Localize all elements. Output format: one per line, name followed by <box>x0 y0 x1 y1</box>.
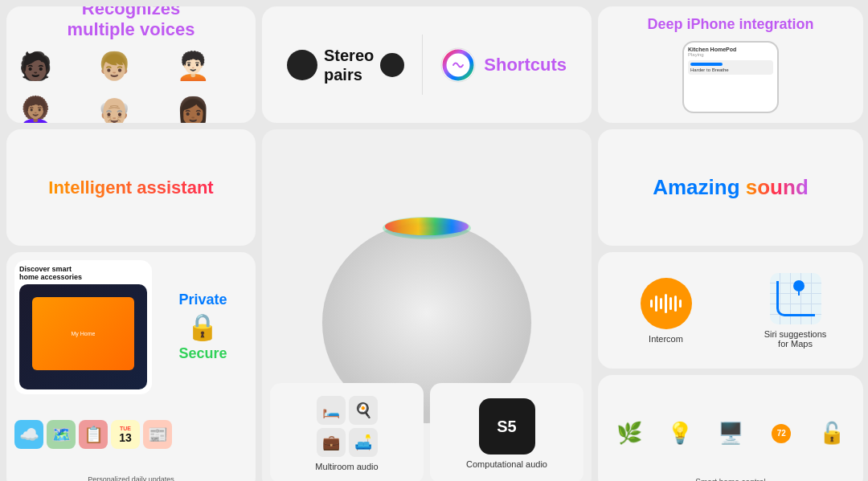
wave-2 <box>655 296 657 312</box>
bulb-icon-section: 💡 <box>657 421 702 446</box>
speaker-dot-left <box>287 50 317 80</box>
svg-point-5 <box>793 280 805 291</box>
memoji-2: 👦🏼 <box>93 45 135 87</box>
lock-icon-section: 🔓 <box>809 421 855 446</box>
iphone-integration-card: Deep iPhone integration Kitchen HomePod … <box>598 6 863 123</box>
voices-label: Recognizes multiple voices <box>68 6 195 40</box>
calendar-icon: TUE 13 <box>111 420 140 449</box>
reminders-icon: 📋 <box>79 420 108 449</box>
memoji-4: 👩🏽‍🦱 <box>14 90 56 124</box>
smarthome-phone-mockup: My Home <box>19 284 147 389</box>
maps-pin <box>792 279 805 299</box>
private-label: Private <box>178 291 227 308</box>
stereo-speakers: Stereo pairs <box>287 46 404 84</box>
multiroom-icons: 🛏️ 🍳 💼 🛋️ <box>317 396 378 457</box>
stereo-shortcuts-card: Stereo pairs Shor <box>262 6 592 123</box>
memoji-6: 👩🏾 <box>172 90 214 124</box>
secure-label: Secure <box>178 345 227 362</box>
speaker-dot-right <box>380 53 404 77</box>
amazing-sound-card: Amazing sound <box>598 129 863 246</box>
multiroom-label: Multiroom audio <box>315 462 378 471</box>
smarthome-card: Discover smart home accessories My Home … <box>6 252 256 481</box>
wave-5 <box>669 297 672 310</box>
wave-4 <box>665 294 667 313</box>
wave-6 <box>674 296 677 312</box>
memoji-3: 🧑🏻‍🦱 <box>172 45 214 87</box>
news-icon: 📰 <box>143 420 172 449</box>
private-secure-section: Private 🔒 Secure <box>158 260 248 394</box>
plants-icon: 🌿 <box>616 421 642 446</box>
s5-chip: S5 <box>479 398 535 455</box>
assistant-label: Intelligent assistant <box>48 177 213 198</box>
computational-label: Computational audio <box>466 459 547 469</box>
apple-lock-icon: 🔒 <box>186 312 219 342</box>
tv-icon: 🖥️ <box>718 421 743 446</box>
smart-home-control-card: 🌿 💡 🖥️ 72 🔓 Smart home control <box>598 375 863 481</box>
memoji-5: 👴🏼 <box>93 90 135 124</box>
bulb-icon: 💡 <box>667 421 693 446</box>
iphone-title: Kitchen HomePod <box>688 47 773 52</box>
siri-maps-label: Siri suggestions for Maps <box>764 329 827 349</box>
bedroom-icon: 🛏️ <box>317 396 346 425</box>
maps-mockup <box>770 273 821 324</box>
intercom-card: Intercom Siri suggestions for Maps <box>598 252 863 369</box>
smarthome-top: Discover smart home accessories My Home … <box>14 260 248 394</box>
svg-point-4 <box>385 218 469 235</box>
intercom-section: Intercom <box>606 278 726 344</box>
iphone-track: Harder to Breathe <box>690 67 771 72</box>
smarthome-left: Discover smart home accessories My Home <box>14 260 152 394</box>
smarthome-discover-title: Discover smart home accessories <box>19 265 147 281</box>
daily-label: Personalized daily updates <box>14 475 248 481</box>
multiroom-card: 🛏️ 🍳 💼 🛋️ Multiroom audio <box>270 383 424 481</box>
sound-text: sound <box>746 175 809 199</box>
computational-card: S5 Computational audio <box>430 383 583 481</box>
livingroom-icon: 🛋️ <box>349 428 378 457</box>
tv-icon-section: 🖥️ <box>707 421 753 446</box>
wave-7 <box>679 300 682 308</box>
smarthome-bottom: ☁️ 🗺️ 📋 TUE 13 📰 <box>14 394 248 475</box>
sound-label: Amazing sound <box>653 175 809 200</box>
siri-icon <box>440 47 476 83</box>
office-icon: 💼 <box>317 428 346 457</box>
kitchen-icon: 🍳 <box>349 396 378 425</box>
memoji-grid: 🧑🏿 👦🏼 🧑🏻‍🦱 👩🏽‍🦱 👴🏼 👩🏾 <box>14 45 248 124</box>
memoji-1: 🧑🏿 <box>14 45 56 87</box>
voices-card: Recognizes multiple voices 🧑🏿 👦🏼 🧑🏻‍🦱 👩🏽… <box>6 6 256 123</box>
iphone-integration-label: Deep iPhone integration <box>647 16 813 33</box>
iphone-mockup: Kitchen HomePod Playing Harder to Breath… <box>682 41 779 113</box>
weather-icon: ☁️ <box>14 420 43 449</box>
wave-3 <box>660 298 662 309</box>
assistant-card: Intelligent assistant <box>6 129 256 246</box>
daily-icons-row: ☁️ 🗺️ 📋 TUE 13 📰 <box>14 420 172 449</box>
siri-maps-section: Siri suggestions for Maps <box>735 273 855 349</box>
intercom-icon <box>641 278 692 329</box>
shortcuts-label: Shortcuts <box>484 55 567 75</box>
multiroom-computational-container: 🛏️ 🍳 💼 🛋️ Multiroom audio S5 Computation… <box>262 375 592 481</box>
intercom-waves <box>650 294 682 313</box>
s5-text: S5 <box>497 418 516 436</box>
main-grid: Recognizes multiple voices 🧑🏿 👦🏼 🧑🏻‍🦱 👩🏽… <box>0 0 868 481</box>
lock-icon: 🔓 <box>819 421 845 446</box>
stereo-label: Stereo pairs <box>324 46 374 84</box>
wave-1 <box>650 300 653 308</box>
amazing-text: Amazing <box>653 175 739 199</box>
shortcuts-area: Shortcuts <box>440 47 567 83</box>
iphone-sub: Playing <box>688 52 773 57</box>
plants-icon-section: 🌿 <box>606 421 652 446</box>
smarthome-phone-screen: My Home <box>32 297 134 371</box>
intercom-label: Intercom <box>649 334 683 344</box>
temp-icon-section: 72 <box>759 424 805 443</box>
temp-badge: 72 <box>772 424 791 443</box>
divider <box>422 35 423 95</box>
iphone-screen-content: Kitchen HomePod Playing Harder to Breath… <box>684 43 777 79</box>
smarthome-control-label: Smart home control <box>695 478 765 481</box>
maps-icon: 🗺️ <box>47 420 76 449</box>
